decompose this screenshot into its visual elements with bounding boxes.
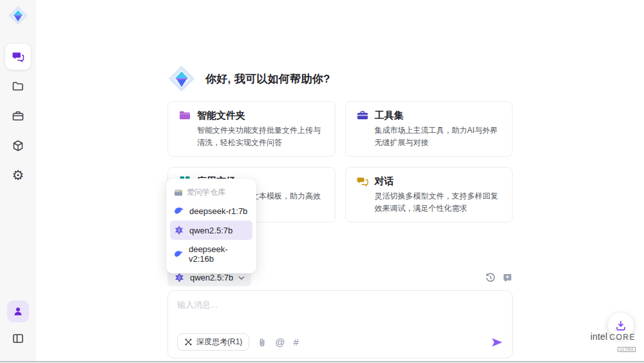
panel-icon: [12, 332, 24, 345]
model-selector-value: qwen2.5:7b: [190, 273, 233, 282]
intel-core-badge: intel core ultra: [591, 331, 636, 353]
intel-wordmark: intel core: [591, 331, 636, 342]
folder-purple-icon: [178, 109, 191, 122]
greeting-logo-icon: [167, 64, 196, 93]
card-smart-folders[interactable]: 智能文件夹 智能文件夹功能支持批量文件上传与清洗，轻松实现文件问答: [167, 101, 336, 157]
card-title: 工具集: [375, 110, 404, 122]
intel-tier-text: ultra: [618, 347, 636, 352]
deep-think-icon: [184, 338, 193, 346]
folder-icon: [12, 80, 24, 93]
user-icon: [12, 306, 24, 317]
model-option-deepseek-v2[interactable]: deepseek-v2:16b: [166, 240, 256, 268]
card-head: 对话: [356, 175, 502, 188]
sidebar: ⚙: [0, 0, 36, 361]
qwen-icon: [174, 272, 185, 283]
deepseek-icon: [174, 206, 184, 216]
card-head: 工具集: [356, 109, 502, 122]
model-option-deepseek-r1[interactable]: deepseek-r1:7b: [166, 201, 256, 221]
paperclip-icon: [258, 337, 267, 348]
chevron-down-icon: [238, 276, 245, 280]
sidebar-item-toolbox[interactable]: [5, 103, 31, 129]
sidebar-footer: [7, 300, 29, 349]
cube-icon: [12, 139, 24, 152]
download-icon: [615, 320, 627, 331]
chat-action-icons: [485, 272, 513, 283]
new-chat-icon: [502, 273, 513, 283]
model-group-label: 爱问学仓库: [187, 187, 225, 198]
message-input[interactable]: [177, 299, 503, 328]
sidebar-item-chat[interactable]: [5, 44, 31, 70]
deepseek-icon: [174, 249, 184, 259]
briefcase-indigo-icon: [356, 109, 369, 122]
profile-button[interactable]: [7, 300, 29, 322]
sidebar-nav: ⚙: [5, 44, 31, 188]
greeting-row: 你好, 我可以如何帮助你?: [167, 64, 513, 93]
card-toolset[interactable]: 工具集 集成市场上主流工具，助力AI与外界无缝扩展与对接: [345, 101, 513, 157]
mention-button[interactable]: @: [275, 337, 285, 347]
card-title: 对话: [375, 175, 394, 188]
repo-icon: [174, 188, 183, 197]
sidebar-item-models[interactable]: [5, 133, 31, 159]
card-title: 智能文件夹: [197, 110, 245, 122]
diamond-logo-icon: [8, 5, 28, 26]
model-option-label: deepseek-r1:7b: [189, 206, 247, 216]
card-description: 集成市场上主流工具，助力AI与外界无缝扩展与对接: [375, 124, 502, 148]
attach-file-button[interactable]: [258, 337, 267, 348]
intel-product-text: core: [609, 333, 636, 342]
topic-button[interactable]: #: [294, 337, 299, 347]
new-chat-button[interactable]: [502, 273, 513, 283]
model-option-label: qwen2.5:7b: [189, 226, 232, 235]
chat-gold-icon: [356, 175, 369, 188]
collapse-sidebar-button[interactable]: [7, 328, 29, 349]
model-group-header: 爱问学仓库: [166, 182, 256, 201]
history-button[interactable]: [485, 272, 496, 283]
qwen-icon: [174, 225, 184, 235]
intel-brand-text: intel: [591, 331, 608, 342]
sidebar-item-folders[interactable]: [5, 74, 31, 99]
sidebar-item-settings[interactable]: ⚙: [5, 162, 31, 188]
deep-think-toggle[interactable]: 深度思考(R1): [177, 333, 249, 351]
card-conversation[interactable]: 对话 灵活切换多模型文件，支持多样回复效果调试，满足个性化需求: [345, 167, 513, 222]
chat-icon: [12, 50, 24, 63]
history-icon: [485, 272, 496, 283]
composer-bottom-bar: 深度思考(R1) @ #: [177, 333, 503, 351]
deep-think-label: 深度思考(R1): [196, 337, 242, 348]
card-description: 智能文件夹功能支持批量文件上传与清洗，轻松实现文件问答: [197, 124, 325, 148]
app-logo: [8, 5, 28, 28]
message-composer: 深度思考(R1) @ #: [167, 290, 513, 358]
card-head: 智能文件夹: [178, 109, 325, 122]
card-description: 灵活切换多模型文件，支持多样回复效果调试，满足个性化需求: [375, 190, 502, 214]
model-option-qwen[interactable]: qwen2.5:7b: [170, 221, 252, 240]
greeting-title: 你好, 我可以如何帮助你?: [205, 72, 330, 86]
model-option-label: deepseek-v2:16b: [189, 244, 249, 264]
send-button[interactable]: [491, 337, 503, 348]
window-bottom-border: [0, 361, 644, 362]
model-dropdown: 爱问学仓库 deepseek-r1:7b qwen2.5:7b deepseek…: [166, 179, 256, 273]
briefcase-icon: [12, 110, 24, 123]
gear-icon: ⚙: [12, 169, 24, 182]
send-icon: [491, 337, 503, 348]
